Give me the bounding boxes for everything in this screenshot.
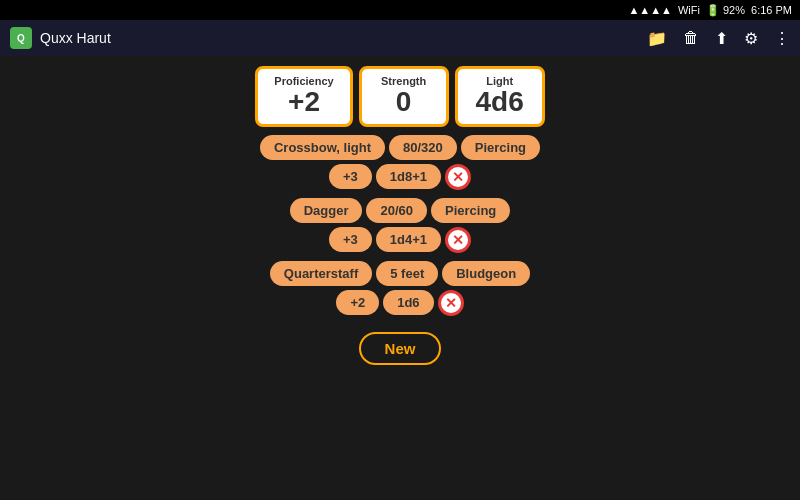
weapon-info-row-1: Dagger 20/60 Piercing (290, 198, 511, 223)
app-icon: Q (10, 27, 32, 49)
weapon-bonus-1[interactable]: +3 (329, 227, 372, 252)
weapon-delete-0[interactable]: ✕ (445, 164, 471, 190)
weapon-range-1[interactable]: 20/60 (366, 198, 427, 223)
status-wifi: WiFi (678, 4, 700, 16)
proficiency-box: Proficiency +2 (255, 66, 352, 127)
weapon-block-0: Crossbow, light 80/320 Piercing +3 1d8+1… (260, 135, 540, 190)
weapon-damage-1[interactable]: 1d4+1 (376, 227, 441, 252)
weapon-delete-1[interactable]: ✕ (445, 227, 471, 253)
upload-icon[interactable]: ⬆ (715, 29, 728, 48)
weapon-damage-2[interactable]: 1d6 (383, 290, 433, 315)
weapon-name-2[interactable]: Quarterstaff (270, 261, 372, 286)
app-bar-left: Q Quxx Harut (10, 27, 111, 49)
light-box: Light 4d6 (455, 66, 545, 127)
proficiency-value: +2 (288, 87, 320, 118)
weapon-bonus-2[interactable]: +2 (336, 290, 379, 315)
weapon-bonus-0[interactable]: +3 (329, 164, 372, 189)
status-signal: ▲▲▲▲ (628, 4, 672, 16)
weapon-name-1[interactable]: Dagger (290, 198, 363, 223)
new-weapon-button[interactable]: New (359, 332, 442, 365)
weapon-type-2[interactable]: Bludgeon (442, 261, 530, 286)
light-value: 4d6 (476, 87, 524, 118)
weapon-block-1: Dagger 20/60 Piercing +3 1d4+1 ✕ (290, 198, 511, 253)
weapon-info-row-0: Crossbow, light 80/320 Piercing (260, 135, 540, 160)
weapon-range-0[interactable]: 80/320 (389, 135, 457, 160)
weapon-damage-0[interactable]: 1d8+1 (376, 164, 441, 189)
weapon-info-row-2: Quarterstaff 5 feet Bludgeon (270, 261, 530, 286)
status-time: 6:16 PM (751, 4, 792, 16)
delete-icon[interactable]: 🗑 (683, 29, 699, 47)
settings-icon[interactable]: ⚙ (744, 29, 758, 48)
weapon-type-0[interactable]: Piercing (461, 135, 540, 160)
app-title: Quxx Harut (40, 30, 111, 46)
more-icon[interactable]: ⋮ (774, 29, 790, 48)
weapon-stats-row-1: +3 1d4+1 ✕ (329, 227, 471, 253)
weapon-name-0[interactable]: Crossbow, light (260, 135, 385, 160)
weapon-type-1[interactable]: Piercing (431, 198, 510, 223)
strength-box: Strength 0 (359, 66, 449, 127)
stats-row: Proficiency +2 Strength 0 Light 4d6 (255, 66, 544, 127)
app-bar-right: 📁 🗑 ⬆ ⚙ ⋮ (647, 29, 790, 48)
app-bar: Q Quxx Harut 📁 🗑 ⬆ ⚙ ⋮ (0, 20, 800, 56)
status-bar: ▲▲▲▲ WiFi 🔋 92% 6:16 PM (0, 0, 800, 20)
main-content: Proficiency +2 Strength 0 Light 4d6 Cros… (0, 56, 800, 500)
folder-icon[interactable]: 📁 (647, 29, 667, 48)
weapon-delete-2[interactable]: ✕ (438, 290, 464, 316)
weapon-stats-row-0: +3 1d8+1 ✕ (329, 164, 471, 190)
weapon-block-2: Quarterstaff 5 feet Bludgeon +2 1d6 ✕ (270, 261, 530, 316)
weapon-stats-row-2: +2 1d6 ✕ (336, 290, 463, 316)
weapon-range-2[interactable]: 5 feet (376, 261, 438, 286)
weapons-container: Crossbow, light 80/320 Piercing +3 1d8+1… (260, 135, 540, 320)
strength-value: 0 (396, 87, 412, 118)
status-battery: 🔋 92% (706, 4, 745, 17)
